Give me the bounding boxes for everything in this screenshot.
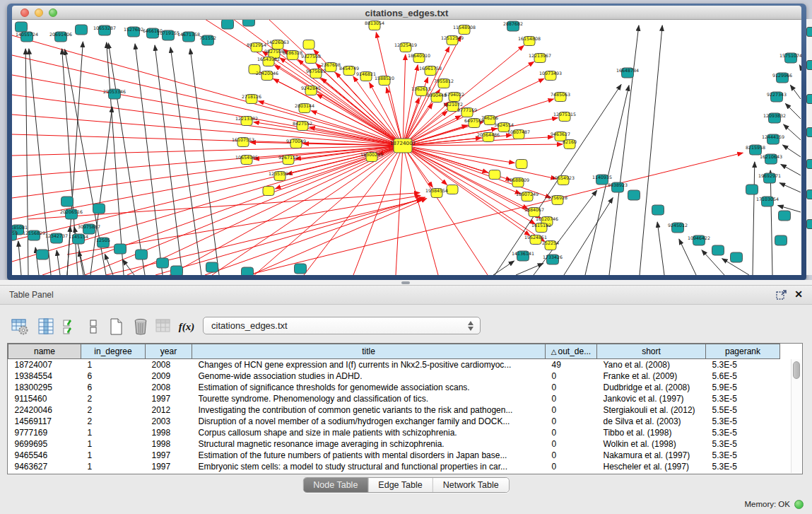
show-columns-button[interactable] <box>35 315 57 338</box>
graph-node[interactable] <box>171 266 183 275</box>
table-row[interactable]: 1830029562008Estimation of significance … <box>8 382 780 393</box>
table-cell[interactable]: 2 <box>81 393 146 404</box>
graph-node[interactable] <box>447 185 458 194</box>
table-cell[interactable]: 1997 <box>146 393 192 404</box>
graph-node[interactable] <box>243 20 255 26</box>
table-cell[interactable]: 22420046 <box>8 404 81 416</box>
graph-node[interactable] <box>136 250 148 259</box>
graph-node[interactable] <box>76 25 88 35</box>
table-cell[interactable]: 5.6E-5 <box>706 370 780 382</box>
table-cell[interactable]: 0 <box>546 404 597 416</box>
table-cell[interactable]: Estimation of the future numbers of pati… <box>192 450 546 461</box>
table-cell[interactable]: 1998 <box>146 427 192 438</box>
close-panel-icon[interactable]: ✕ <box>794 288 803 300</box>
network-canvas[interactable]: 1405572420691406106532871527602646616010… <box>12 20 801 275</box>
table-cell[interactable]: Genome-wide association studies in ADHD. <box>192 370 546 382</box>
graph-node[interactable] <box>489 170 500 180</box>
table-row[interactable]: 2242004622012Investigating the contribut… <box>8 404 780 416</box>
table-cell[interactable]: 1 <box>81 461 146 472</box>
graph-node[interactable] <box>157 258 169 268</box>
table-cell[interactable]: 1997 <box>146 450 192 461</box>
table-cell[interactable]: 0 <box>546 461 597 472</box>
table-cell[interactable]: 9699695 <box>8 438 81 450</box>
tab-edge-table[interactable]: Edge Table <box>368 478 433 492</box>
table-cell[interactable]: Embryonic stem cells: a model to study s… <box>192 461 546 472</box>
table-cell[interactable]: Nakamura et al. (1997) <box>597 450 706 461</box>
table-settings-button[interactable] <box>8 315 31 338</box>
column-header-out_de[interactable]: △out_de... <box>546 344 597 359</box>
graph-node[interactable] <box>779 211 791 221</box>
column-header-pagerank[interactable]: pagerank <box>706 344 780 359</box>
table-row[interactable]: 1456911722003Disruption of a novel membe… <box>8 416 780 427</box>
table-cell[interactable]: Yano et al. (2008) <box>597 359 706 370</box>
table-cell[interactable]: 2009 <box>146 370 192 382</box>
table-cell[interactable]: 0 <box>546 370 597 382</box>
table-cell[interactable]: 0 <box>546 393 597 404</box>
table-cell[interactable]: 0 <box>546 416 597 427</box>
table-cell[interactable]: Hescheler et al. (1997) <box>597 461 706 472</box>
graph-node[interactable] <box>295 264 307 274</box>
table-row[interactable]: 946554611997Estimation of the future num… <box>8 450 780 461</box>
table-row[interactable]: 977716911998Corpus callosum shape and si… <box>8 427 780 438</box>
table-cell[interactable]: 2 <box>81 416 146 427</box>
graph-node[interactable] <box>731 252 743 262</box>
panel-splitter[interactable] <box>0 280 812 285</box>
graph-node[interactable] <box>303 40 314 49</box>
table-cell[interactable]: 0 <box>546 438 597 450</box>
delete-table-button[interactable] <box>129 315 152 338</box>
table-cell[interactable]: 2008 <box>146 382 192 393</box>
table-cell[interactable]: 9115460 <box>8 393 81 404</box>
table-cell[interactable]: 0 <box>546 382 597 393</box>
table-cell[interactable]: 1 <box>81 359 146 370</box>
table-row[interactable]: 1872400712008Changes of HCN gene express… <box>8 359 780 370</box>
table-cell[interactable]: 5.3E-5 <box>706 427 780 438</box>
graph-node[interactable] <box>37 250 49 259</box>
graph-node[interactable] <box>516 160 527 169</box>
table-cell[interactable]: 18724007 <box>8 359 81 370</box>
table-cell[interactable]: 1997 <box>146 461 192 472</box>
graph-node[interactable] <box>628 190 640 200</box>
vertical-scrollbar[interactable] <box>791 359 801 473</box>
table-cell[interactable]: 18300295 <box>8 382 81 393</box>
table-cell[interactable]: 5.9E-5 <box>706 382 780 393</box>
function-builder-button[interactable]: f(x) <box>175 315 198 338</box>
table-cell[interactable]: 2 <box>81 404 146 416</box>
table-cell[interactable]: 14569117 <box>8 416 81 427</box>
table-row[interactable]: 1938455462009Genome-wide association stu… <box>8 370 780 382</box>
table-cell[interactable]: 2003 <box>146 416 192 427</box>
table-cell[interactable]: 9465546 <box>8 450 81 461</box>
table-row[interactable]: 969969511998Structural magnetic resonanc… <box>8 438 780 450</box>
table-row[interactable]: 911546021997Tourette syndrome. Phenomeno… <box>8 393 780 404</box>
create-table-button[interactable] <box>105 315 127 338</box>
table-cell[interactable]: 5.3E-5 <box>706 450 780 461</box>
table-cell[interactable]: 6 <box>81 370 146 382</box>
table-cell[interactable]: 49 <box>546 359 597 370</box>
table-cell[interactable]: 1 <box>81 450 146 461</box>
table-cell[interactable]: Jankovic et al. (1997) <box>597 393 706 404</box>
table-cell[interactable]: Franke et al. (2009) <box>597 370 706 382</box>
column-header-in_degree[interactable]: in_degree <box>81 344 146 359</box>
table-cell[interactable]: Structural magnetic resonance image aver… <box>192 438 546 450</box>
graph-node[interactable] <box>206 262 218 272</box>
undock-panel-icon[interactable] <box>776 290 787 300</box>
graph-node[interactable] <box>712 245 724 255</box>
graph-node[interactable] <box>746 185 758 194</box>
table-cell[interactable]: Corpus callosum shape and size in male p… <box>192 427 546 438</box>
table-cell[interactable]: Dudbridge et al. (2008) <box>597 382 706 393</box>
graph-node[interactable] <box>222 20 234 29</box>
table-cell[interactable]: 5.3E-5 <box>706 438 780 450</box>
table-cell[interactable]: Investigating the contribution of common… <box>192 404 546 416</box>
splitter-handle-icon[interactable] <box>401 281 410 284</box>
table-cell[interactable]: 2008 <box>146 359 192 370</box>
table-cell[interactable]: 9777169 <box>8 427 81 438</box>
graph-node[interactable] <box>16 22 28 32</box>
tab-network-table[interactable]: Network Table <box>433 478 509 492</box>
table-selector-dropdown[interactable]: citations_edges.txt <box>203 317 481 334</box>
window-titlebar[interactable]: citations_edges.txt <box>12 6 801 20</box>
table-cell[interactable]: 1 <box>81 438 146 450</box>
table-cell[interactable]: 5.3E-5 <box>706 393 780 404</box>
graph-node[interactable] <box>652 205 664 215</box>
table-cell[interactable]: Tourette syndrome. Phenomenology and cla… <box>192 393 546 404</box>
column-header-name[interactable]: name <box>8 344 81 359</box>
column-header-short[interactable]: short <box>597 344 706 359</box>
